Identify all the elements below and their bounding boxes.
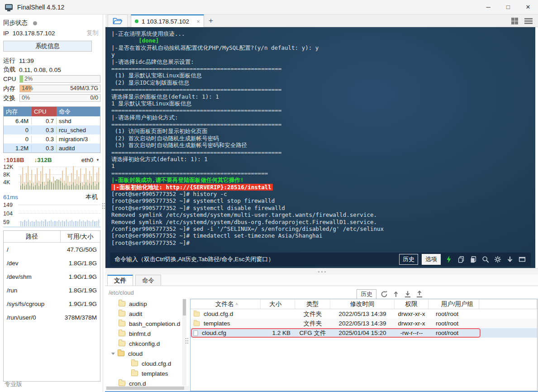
session-status-dot xyxy=(135,19,138,23)
terminal-line: Removed symlink /etc/systemd/system/dbus… xyxy=(111,219,535,225)
terminal-line: 请选择显示的面板信息(default: 1): 1 xyxy=(111,93,535,100)
tree-item-templates[interactable]: templates xyxy=(105,368,189,378)
terminal-line: (2) 首次启动时自动随机生成新帐号密码 xyxy=(111,135,535,142)
terminal-line: 请选择初始化方式(default: 1): 1 xyxy=(111,156,535,163)
ping-host-label: 本机 xyxy=(86,193,98,201)
folder-icon xyxy=(194,311,200,316)
tree-item-audisp[interactable]: audisp xyxy=(105,299,189,309)
gear-icon[interactable] xyxy=(494,255,502,263)
terminal-line: (3) 首次启动时自动随机生成新帐号密码和安全路径 xyxy=(111,142,535,148)
process-header-cmd[interactable]: 命令 xyxy=(57,107,100,116)
terminal-line: [root@ser9905777352 ~]# systemctl stop f… xyxy=(111,197,535,204)
refresh-icon[interactable] xyxy=(380,290,388,298)
connection-manager-button[interactable] xyxy=(108,14,128,27)
tree-item-binfmt.d[interactable]: binfmt.d xyxy=(105,329,189,339)
copy-icon[interactable] xyxy=(457,255,465,263)
terminal-line: 1 xyxy=(111,163,535,169)
file-header-1[interactable]: 大小 xyxy=(261,299,295,309)
minimize-button[interactable]: ─ xyxy=(478,0,498,14)
process-row[interactable]: 00.3rcu_sched xyxy=(4,125,100,134)
interface-select[interactable]: eth0 xyxy=(81,157,93,163)
sidebar-splitter-grip[interactable] xyxy=(102,203,103,204)
tree-item-cloud[interactable]: cloud xyxy=(105,349,189,359)
disk-row[interactable]: /run/user/0378M/378M xyxy=(4,311,100,324)
upload-icon[interactable] xyxy=(415,290,424,298)
tree-item-label: chkconfig.d xyxy=(129,340,160,347)
layout-grid-icon[interactable] xyxy=(511,18,518,24)
disk-header-path[interactable]: 路径 xyxy=(4,231,61,242)
tree-item-chkconfig.d[interactable]: chkconfig.d xyxy=(105,339,189,349)
process-table: 内存 CPU 命令 6.4M0.7sshd00.3rcu_sched00.3mi… xyxy=(3,106,100,153)
mem-progress-bar: 14% 549M/3.7G xyxy=(19,85,100,92)
tree-item-cloud.cfg.d[interactable]: cloud.cfg.d xyxy=(105,359,189,368)
process-header-cpu[interactable]: CPU xyxy=(32,107,57,116)
path-history-button[interactable]: 历史 xyxy=(357,289,376,299)
disk-row[interactable]: /run1.8G/1.9G xyxy=(4,283,100,297)
file-header-4[interactable]: 权限 xyxy=(395,299,428,309)
scroll-down-icon[interactable] xyxy=(506,255,514,263)
open-folder-icon xyxy=(113,17,123,25)
panel-splitter[interactable] xyxy=(105,268,538,275)
new-tab-button[interactable]: + xyxy=(204,14,218,27)
ping-bars xyxy=(20,201,100,226)
folder-icon xyxy=(131,371,138,376)
terminal-line: ========================================… xyxy=(111,170,535,177)
file-header-0[interactable]: 文件名˄ xyxy=(190,299,261,309)
tree-splitter-grip[interactable] xyxy=(186,338,186,339)
options-button[interactable]: 选项 xyxy=(422,254,441,265)
maximize-button[interactable]: □ xyxy=(498,0,518,14)
close-button[interactable]: ✕ xyxy=(518,0,538,14)
disk-row[interactable]: /sys/fs/cgroup1.9G/1.9G xyxy=(4,297,100,311)
process-row[interactable]: 1.2M0.3auditd xyxy=(4,143,100,153)
file-header-2[interactable]: 类型 xyxy=(295,299,330,309)
tree-item-bash_completion.d[interactable]: bash_completion.d xyxy=(105,319,189,329)
terminal-line: /configer9905777352 ~]# sed -i '/^SELINU… xyxy=(111,225,535,232)
tab-close-icon[interactable]: × xyxy=(196,18,200,25)
disk-row[interactable]: /dev1.8G/1.8G xyxy=(4,256,100,270)
menu-icon[interactable] xyxy=(524,18,533,24)
file-row-cloud.cfg.d[interactable]: cloud.cfg.d文件夹2022/05/13 14:39drwxr-xr-x… xyxy=(190,309,537,319)
process-row[interactable]: 00.3migration/3 xyxy=(4,134,100,143)
terminal-line: [done] xyxy=(111,37,535,44)
history-button[interactable]: 历史 xyxy=(399,254,418,265)
file-header-3[interactable]: 修改时间 xyxy=(330,299,395,309)
ping-tick-104: 104 xyxy=(3,210,13,217)
terminal-line: y xyxy=(111,51,535,58)
tree-item-audit[interactable]: audit xyxy=(105,309,189,319)
system-info-button[interactable]: 系统信息 xyxy=(3,41,92,52)
ip-label: IP xyxy=(3,30,9,37)
process-row[interactable]: 6.4M0.7sshd xyxy=(4,116,100,125)
terminal[interactable]: |-正在清理系统使用痕迹... [done]|-是否在首次开机自动按机器配置优化… xyxy=(105,27,535,268)
tab-commands[interactable]: 命令 xyxy=(135,275,161,286)
net-tick-12k: 12K xyxy=(3,164,13,170)
tree-vertical-scrollbar[interactable] xyxy=(182,299,186,386)
terminal-line: [root@ser9905777352 ~]# systemctl disabl… xyxy=(111,205,535,211)
download-icon[interactable] xyxy=(404,290,412,298)
current-path[interactable]: /etc/cloud xyxy=(109,289,134,296)
chevron-down-icon[interactable] xyxy=(111,353,115,355)
tree-horizontal-scrollbar[interactable] xyxy=(106,386,189,390)
search-icon[interactable] xyxy=(481,255,490,263)
command-input-bar[interactable]: 命令输入（双击Ctrl切换,Alt历史,Tab路径/命令,Esc关闭窗口） 历史… xyxy=(110,253,531,266)
file-row-templates[interactable]: templates文件夹2022/05/13 14:39drwxr-xr-xro… xyxy=(190,319,537,328)
tree-item-label: audit xyxy=(129,311,142,317)
ping-latency: 61ms xyxy=(3,194,18,201)
paste-icon[interactable] xyxy=(469,255,477,263)
file-row-cloud.cfg[interactable]: cloud.cfg1.2 KBCFG 文件2025/01/04 15:20-rw… xyxy=(190,328,537,338)
disk-row[interactable]: /47.7G/50G xyxy=(4,243,100,256)
transfer-list-icon[interactable] xyxy=(392,290,400,298)
process-header-mem[interactable]: 内存 xyxy=(4,107,32,116)
file-header-5[interactable]: 用户/用户组 xyxy=(428,299,479,309)
terminal-line: ========================================… xyxy=(111,107,535,114)
copy-ip-link[interactable]: 复制 xyxy=(86,29,99,37)
disk-row[interactable]: /dev/shm1.9G/1.9G xyxy=(4,270,100,283)
ping-tick-149: 149 xyxy=(3,202,13,208)
session-tab[interactable]: 1 103.178.57.102 × xyxy=(131,14,204,27)
terminal-line: ========================================… xyxy=(111,65,535,72)
tree-item-label: cloud xyxy=(128,350,143,357)
quick-command-bolt-icon[interactable] xyxy=(445,255,453,263)
terminal-line: ========================================… xyxy=(111,149,535,156)
fullscreen-icon[interactable] xyxy=(518,255,526,263)
disk-header-size[interactable]: 可用/大小 xyxy=(61,231,100,242)
tab-files[interactable]: 文件 xyxy=(107,275,133,286)
